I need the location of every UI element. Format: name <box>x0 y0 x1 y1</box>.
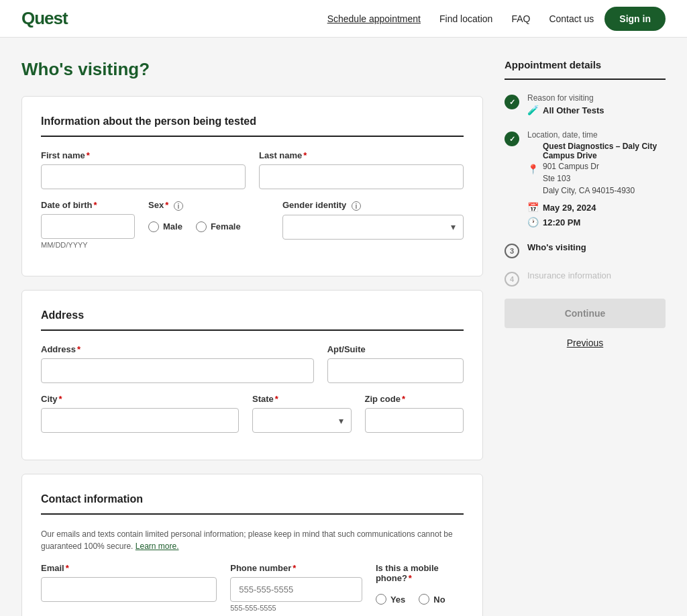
step-4-content: Insurance information <box>527 270 611 280</box>
nav-faq[interactable]: FAQ <box>511 13 530 24</box>
main-content: Who's visiting? Information about the pe… <box>21 59 483 616</box>
sidebar-divider <box>505 79 666 80</box>
step-2-content: Location, date, time 📍 Quest Diagnostics… <box>527 130 657 230</box>
pin-icon: 📍 <box>527 164 539 174</box>
last-name-label: Last name* <box>259 150 464 160</box>
step-3-circle: 3 <box>505 244 519 258</box>
city-group: City* <box>41 394 239 433</box>
last-name-input[interactable] <box>259 164 464 189</box>
phone-input[interactable] <box>230 577 362 602</box>
personal-info-title: Information about the person being teste… <box>41 115 464 137</box>
step-1-label: Reason for visiting <box>527 93 604 103</box>
step-3: 3 Who's visiting <box>505 242 666 258</box>
step-2-date-row: 📅 May 29, 2024 <box>527 202 657 213</box>
email-phone-row: Email* Phone number* 555-555-5555 Is thi… <box>41 563 464 615</box>
step-2-check-icon: ✓ <box>509 135 515 144</box>
step-2-label: Location, date, time <box>527 130 657 140</box>
address-card: Address Address* Apt/Suite City* <box>21 290 483 460</box>
step-3-number: 3 <box>510 247 514 255</box>
continue-button[interactable]: Continue <box>505 299 666 328</box>
first-name-group: First name* <box>41 150 246 189</box>
address-input[interactable] <box>41 358 314 383</box>
step-1-circle: ✓ <box>505 95 519 109</box>
sex-female-label: Female <box>211 221 241 232</box>
calendar-icon: 📅 <box>527 202 539 213</box>
step-2-location-row: 📍 Quest Diagnostics – Daly City Campus D… <box>527 142 657 197</box>
address-group: Address* <box>41 344 314 383</box>
navbar: Quest Schedule appointment Find location… <box>0 0 687 38</box>
state-select-wrapper: CA NY TX <box>252 408 352 433</box>
dob-input[interactable] <box>41 214 135 239</box>
mobile-yes-radio[interactable] <box>376 594 386 605</box>
quest-logo: Quest <box>21 8 68 29</box>
dob-group: Date of birth* MM/DD/YYYY <box>41 200 135 249</box>
clock-icon: 🕐 <box>527 217 539 227</box>
gender-info-icon[interactable]: i <box>352 201 361 211</box>
personal-info-card: Information about the person being teste… <box>21 96 483 276</box>
mobile-no-label: No <box>433 595 445 605</box>
phone-group: Phone number* 555-555-5555 <box>230 563 362 615</box>
contact-card: Contact information Our emails and texts… <box>21 474 483 616</box>
step-2: ✓ Location, date, time 📍 Quest Diagnosti… <box>505 130 666 230</box>
step-3-content: Who's visiting <box>527 242 586 252</box>
mobile-yes-option[interactable]: Yes <box>376 594 405 605</box>
nav-links: Schedule appointment Find location FAQ C… <box>327 13 594 24</box>
previous-button[interactable]: Previous <box>505 338 666 348</box>
step-4-circle: 4 <box>505 272 519 287</box>
email-input[interactable] <box>41 577 217 602</box>
nav-contact-us[interactable]: Contact us <box>549 13 594 24</box>
phone-hint: 555-555-5555 <box>230 604 362 612</box>
step-1-content: Reason for visiting 🧪 All Other Tests <box>527 93 604 118</box>
nav-schedule-appointment[interactable]: Schedule appointment <box>327 13 421 24</box>
sex-female-radio[interactable] <box>196 221 207 232</box>
gender-select[interactable]: Male Female Non-binary Other Prefer not … <box>282 215 464 240</box>
mobile-no-option[interactable]: No <box>419 594 445 605</box>
step-4-number: 4 <box>510 275 514 283</box>
mobile-no-radio[interactable] <box>419 594 429 605</box>
sex-label: Sex* i <box>148 200 269 211</box>
address-row: Address* Apt/Suite <box>41 344 464 383</box>
apt-group: Apt/Suite <box>327 344 464 383</box>
phone-label: Phone number* <box>230 563 362 573</box>
last-name-group: Last name* <box>259 150 464 189</box>
city-input[interactable] <box>41 408 239 433</box>
mobile-radios: Yes No <box>376 587 464 615</box>
sex-info-icon[interactable]: i <box>174 201 183 211</box>
step-1-detail: All Other Tests <box>543 105 604 115</box>
gender-group: Gender identity i Male Female Non-binary… <box>282 200 464 249</box>
dob-label: Date of birth* <box>41 200 135 210</box>
sidebar-title: Appointment details <box>505 59 666 70</box>
city-label: City* <box>41 394 239 404</box>
zip-input[interactable] <box>365 408 464 433</box>
sex-female-option[interactable]: Female <box>196 221 241 232</box>
nav-find-location[interactable]: Find location <box>439 13 492 24</box>
apt-label: Apt/Suite <box>327 344 464 354</box>
name-row: First name* Last name* <box>41 150 464 189</box>
sex-male-option[interactable]: Male <box>148 221 182 232</box>
dob-hint: MM/DD/YYYY <box>41 241 135 249</box>
learn-more-link[interactable]: Learn more. <box>136 542 179 551</box>
step-4-label: Insurance information <box>527 270 611 280</box>
mobile-yes-label: Yes <box>390 595 405 605</box>
signin-button[interactable]: Sign in <box>604 7 666 31</box>
sidebar: Appointment details ✓ Reason for visitin… <box>505 59 666 348</box>
state-group: State* CA NY TX <box>252 394 352 433</box>
step-2-circle: ✓ <box>505 132 519 146</box>
sex-group: Sex* i Male Female <box>148 200 269 249</box>
gender-select-wrapper: Male Female Non-binary Other Prefer not … <box>282 215 464 240</box>
first-name-label: First name* <box>41 150 246 160</box>
contact-notice: Our emails and texts contain limited per… <box>41 528 464 552</box>
step-4: 4 Insurance information <box>505 270 666 287</box>
step-1-check-icon: ✓ <box>509 98 515 107</box>
mobile-group: Is this a mobile phone?* Yes No <box>376 563 464 615</box>
step-2-time-row: 🕐 12:20 PM <box>527 217 657 227</box>
state-label: State* <box>252 394 352 404</box>
page-wrapper: Who's visiting? Information about the pe… <box>0 38 687 616</box>
sex-male-radio[interactable] <box>148 221 159 232</box>
location-address3: Daly City, CA 94015-4930 <box>543 185 657 197</box>
tube-icon: 🧪 <box>527 105 539 115</box>
state-select[interactable]: CA NY TX <box>252 408 352 433</box>
first-name-input[interactable] <box>41 164 246 189</box>
page-title: Who's visiting? <box>21 59 483 80</box>
apt-input[interactable] <box>327 358 464 383</box>
